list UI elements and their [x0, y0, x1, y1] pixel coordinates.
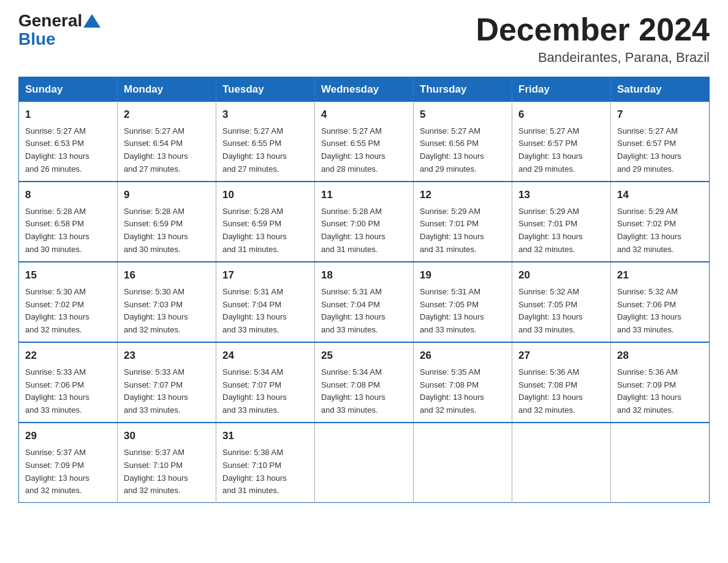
- calendar-header-row: SundayMondayTuesdayWednesdayThursdayFrid…: [19, 77, 710, 102]
- day-info: Sunrise: 5:28 AMSunset: 6:58 PMDaylight:…: [25, 207, 89, 255]
- day-cell: 1 Sunrise: 5:27 AMSunset: 6:53 PMDayligh…: [19, 102, 118, 182]
- day-cell: 3 Sunrise: 5:27 AMSunset: 6:55 PMDayligh…: [216, 102, 315, 182]
- day-number: 19: [420, 267, 506, 283]
- day-number: 15: [25, 267, 111, 283]
- day-info: Sunrise: 5:34 AMSunset: 7:07 PMDaylight:…: [222, 367, 287, 415]
- day-cell: 10 Sunrise: 5:28 AMSunset: 6:59 PMDaylig…: [216, 182, 315, 262]
- day-info: Sunrise: 5:29 AMSunset: 7:02 PMDaylight:…: [617, 207, 681, 255]
- day-number: 29: [25, 428, 111, 444]
- day-number: 9: [124, 187, 210, 203]
- title-area: December 2024 Bandeirantes, Parana, Braz…: [476, 12, 710, 66]
- day-cell: 22 Sunrise: 5:33 AMSunset: 7:06 PMDaylig…: [19, 342, 118, 423]
- day-cell: 24 Sunrise: 5:34 AMSunset: 7:07 PMDaylig…: [216, 342, 315, 423]
- day-cell: 16 Sunrise: 5:30 AMSunset: 7:03 PMDaylig…: [118, 262, 216, 342]
- day-info: Sunrise: 5:32 AMSunset: 7:05 PMDaylight:…: [518, 287, 583, 335]
- day-info: Sunrise: 5:27 AMSunset: 6:55 PMDaylight:…: [321, 126, 385, 174]
- day-cell: 4 Sunrise: 5:27 AMSunset: 6:55 PMDayligh…: [315, 102, 414, 182]
- day-number: 27: [518, 348, 604, 364]
- day-number: 10: [222, 187, 308, 203]
- day-number: 28: [617, 348, 703, 364]
- day-info: Sunrise: 5:28 AMSunset: 6:59 PMDaylight:…: [124, 207, 188, 255]
- day-number: 20: [518, 267, 604, 283]
- day-cell: 12 Sunrise: 5:29 AMSunset: 7:01 PMDaylig…: [414, 182, 512, 262]
- column-header-thursday: Thursday: [414, 77, 512, 102]
- day-number: 11: [321, 187, 407, 203]
- day-number: 18: [321, 267, 407, 283]
- day-cell: 5 Sunrise: 5:27 AMSunset: 6:56 PMDayligh…: [414, 102, 512, 182]
- day-number: 24: [222, 348, 308, 364]
- day-number: 16: [124, 267, 210, 283]
- day-number: 12: [420, 187, 506, 203]
- day-number: 14: [617, 187, 703, 203]
- day-cell: 14 Sunrise: 5:29 AMSunset: 7:02 PMDaylig…: [611, 182, 710, 262]
- calendar-table: SundayMondayTuesdayWednesdayThursdayFrid…: [18, 77, 710, 503]
- day-info: Sunrise: 5:27 AMSunset: 6:57 PMDaylight:…: [518, 126, 583, 174]
- day-info: Sunrise: 5:32 AMSunset: 7:06 PMDaylight:…: [617, 287, 681, 335]
- day-number: 22: [25, 348, 111, 364]
- day-number: 8: [25, 187, 111, 203]
- day-info: Sunrise: 5:27 AMSunset: 6:56 PMDaylight:…: [420, 126, 484, 174]
- column-header-saturday: Saturday: [611, 77, 710, 102]
- day-info: Sunrise: 5:38 AMSunset: 7:10 PMDaylight:…: [222, 448, 287, 496]
- day-info: Sunrise: 5:37 AMSunset: 7:10 PMDaylight:…: [124, 448, 188, 496]
- day-cell: [315, 423, 414, 503]
- day-cell: 13 Sunrise: 5:29 AMSunset: 7:01 PMDaylig…: [512, 182, 611, 262]
- day-cell: 21 Sunrise: 5:32 AMSunset: 7:06 PMDaylig…: [611, 262, 710, 342]
- day-cell: 26 Sunrise: 5:35 AMSunset: 7:08 PMDaylig…: [414, 342, 512, 423]
- day-number: 13: [518, 187, 604, 203]
- week-row-5: 29 Sunrise: 5:37 AMSunset: 7:09 PMDaylig…: [19, 423, 710, 503]
- day-cell: 9 Sunrise: 5:28 AMSunset: 6:59 PMDayligh…: [118, 182, 216, 262]
- day-number: 2: [124, 107, 210, 123]
- day-info: Sunrise: 5:30 AMSunset: 7:03 PMDaylight:…: [124, 287, 188, 335]
- week-row-3: 15 Sunrise: 5:30 AMSunset: 7:02 PMDaylig…: [19, 262, 710, 342]
- day-cell: 23 Sunrise: 5:33 AMSunset: 7:07 PMDaylig…: [118, 342, 216, 423]
- day-cell: 19 Sunrise: 5:31 AMSunset: 7:05 PMDaylig…: [414, 262, 512, 342]
- day-number: 30: [124, 428, 210, 444]
- day-cell: 25 Sunrise: 5:34 AMSunset: 7:08 PMDaylig…: [315, 342, 414, 423]
- day-info: Sunrise: 5:28 AMSunset: 6:59 PMDaylight:…: [222, 207, 287, 255]
- day-info: Sunrise: 5:31 AMSunset: 7:04 PMDaylight:…: [222, 287, 287, 335]
- day-cell: 31 Sunrise: 5:38 AMSunset: 7:10 PMDaylig…: [216, 423, 315, 503]
- day-info: Sunrise: 5:33 AMSunset: 7:06 PMDaylight:…: [25, 367, 89, 415]
- day-cell: 8 Sunrise: 5:28 AMSunset: 6:58 PMDayligh…: [19, 182, 118, 262]
- day-info: Sunrise: 5:29 AMSunset: 7:01 PMDaylight:…: [420, 207, 484, 255]
- day-cell: 17 Sunrise: 5:31 AMSunset: 7:04 PMDaylig…: [216, 262, 315, 342]
- day-cell: 11 Sunrise: 5:28 AMSunset: 7:00 PMDaylig…: [315, 182, 414, 262]
- header: General Blue December 2024 Bandeirantes,…: [18, 12, 710, 66]
- logo-general-text: General: [18, 12, 82, 29]
- day-cell: 28 Sunrise: 5:36 AMSunset: 7:09 PMDaylig…: [611, 342, 710, 423]
- day-info: Sunrise: 5:31 AMSunset: 7:05 PMDaylight:…: [420, 287, 484, 335]
- main-title: December 2024: [476, 12, 710, 47]
- day-cell: 20 Sunrise: 5:32 AMSunset: 7:05 PMDaylig…: [512, 262, 611, 342]
- day-number: 21: [617, 267, 703, 283]
- day-info: Sunrise: 5:33 AMSunset: 7:07 PMDaylight:…: [124, 367, 188, 415]
- day-number: 17: [222, 267, 308, 283]
- day-cell: 27 Sunrise: 5:36 AMSunset: 7:08 PMDaylig…: [512, 342, 611, 423]
- day-number: 26: [420, 348, 506, 364]
- day-info: Sunrise: 5:27 AMSunset: 6:57 PMDaylight:…: [617, 126, 681, 174]
- day-info: Sunrise: 5:31 AMSunset: 7:04 PMDaylight:…: [321, 287, 385, 335]
- day-info: Sunrise: 5:27 AMSunset: 6:54 PMDaylight:…: [124, 126, 188, 174]
- day-number: 7: [617, 107, 703, 123]
- day-cell: 30 Sunrise: 5:37 AMSunset: 7:10 PMDaylig…: [118, 423, 216, 503]
- day-cell: [611, 423, 710, 503]
- day-cell: 18 Sunrise: 5:31 AMSunset: 7:04 PMDaylig…: [315, 262, 414, 342]
- column-header-friday: Friday: [512, 77, 611, 102]
- column-header-tuesday: Tuesday: [216, 77, 315, 102]
- logo-blue-text: Blue: [18, 29, 56, 48]
- day-number: 31: [222, 428, 308, 444]
- day-number: 3: [222, 107, 308, 123]
- day-info: Sunrise: 5:35 AMSunset: 7:08 PMDaylight:…: [420, 367, 484, 415]
- week-row-1: 1 Sunrise: 5:27 AMSunset: 6:53 PMDayligh…: [19, 102, 710, 182]
- day-info: Sunrise: 5:36 AMSunset: 7:09 PMDaylight:…: [617, 367, 681, 415]
- logo-triangle-icon: [83, 14, 100, 28]
- column-header-wednesday: Wednesday: [315, 77, 414, 102]
- day-info: Sunrise: 5:30 AMSunset: 7:02 PMDaylight:…: [25, 287, 89, 335]
- week-row-4: 22 Sunrise: 5:33 AMSunset: 7:06 PMDaylig…: [19, 342, 710, 423]
- day-cell: 15 Sunrise: 5:30 AMSunset: 7:02 PMDaylig…: [19, 262, 118, 342]
- day-cell: 7 Sunrise: 5:27 AMSunset: 6:57 PMDayligh…: [611, 102, 710, 182]
- day-info: Sunrise: 5:37 AMSunset: 7:09 PMDaylight:…: [25, 448, 89, 496]
- day-number: 4: [321, 107, 407, 123]
- day-info: Sunrise: 5:36 AMSunset: 7:08 PMDaylight:…: [518, 367, 583, 415]
- day-cell: [512, 423, 611, 503]
